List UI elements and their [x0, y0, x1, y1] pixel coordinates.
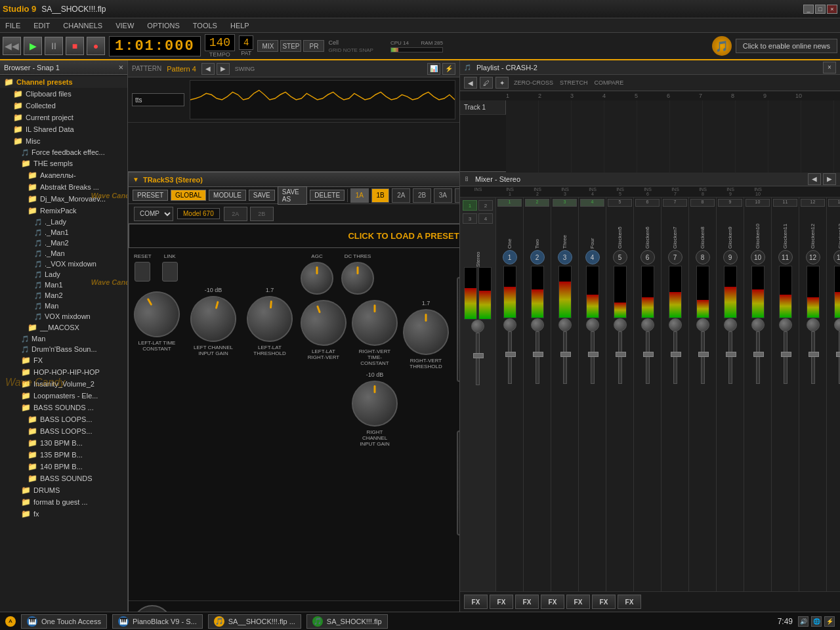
fader-handle-12[interactable] [808, 352, 819, 357]
playlist-toolbar-btn-1[interactable]: ◀ [464, 77, 477, 89]
channel-number-8[interactable]: 8 [696, 250, 710, 264]
sidebar-item-clipboard[interactable]: 📁 Clipboard files [0, 88, 127, 100]
chain-slot-1[interactable]: 2A [224, 207, 247, 221]
menu-help[interactable]: HELP [228, 20, 252, 31]
channel-number-13[interactable]: 13 [833, 250, 841, 264]
menu-tools[interactable]: TOOLS [190, 20, 220, 31]
reset-switch[interactable] [135, 262, 150, 282]
channel-knob-11[interactable] [779, 318, 792, 331]
sidebar-item-force-feedback[interactable]: 🎵 Force feedback effec... [0, 147, 127, 158]
sidebar-item-man4[interactable]: 🎵 Man [0, 333, 127, 344]
fader-handle-7[interactable] [671, 352, 681, 357]
sidebar-item-fx2[interactable]: 📁 fx [0, 508, 127, 520]
fader-handle-2[interactable] [533, 352, 543, 357]
fader-handle-11[interactable] [781, 352, 791, 357]
channel-knob-2[interactable] [531, 318, 544, 331]
fader-handle-6[interactable] [643, 352, 654, 357]
sidebar-item-bass-loops2[interactable]: 📁 BASS LOOPS... [0, 425, 127, 437]
minimize-button[interactable]: _ [803, 5, 814, 14]
fader-handle-8[interactable] [698, 352, 709, 357]
playlist-toolbar-btn-3[interactable]: ✦ [495, 77, 509, 89]
play-button[interactable]: ▶ [24, 37, 42, 55]
channel-number-1[interactable]: 1 [503, 250, 517, 264]
menu-file[interactable]: FILE [3, 20, 23, 31]
start-icon[interactable]: A [5, 616, 16, 627]
tts-input[interactable] [132, 93, 184, 106]
pattern-name[interactable]: Pattern 4 [167, 65, 196, 73]
pattern-btn-1[interactable]: 📊 [427, 63, 440, 75]
pattern-prev-button[interactable]: ◀ [201, 63, 215, 75]
channel-fader-12[interactable] [811, 331, 815, 384]
sidebar-item-vox[interactable]: 🎵 ._VOX mixdown [0, 259, 127, 269]
channel-fader-5[interactable] [618, 331, 622, 384]
left-threshold-knob[interactable] [245, 294, 295, 344]
sidebar-item-vox2[interactable]: 🎵 VOX mixdown [0, 311, 127, 322]
sidebar-item-insanity[interactable]: 📁 Insanity_Volume_2 [0, 378, 127, 390]
chain-2a[interactable]: 2A [392, 188, 410, 203]
channel-number-6[interactable]: 6 [640, 250, 655, 264]
channel-knob-8[interactable] [696, 318, 709, 331]
menu-edit[interactable]: EDIT [31, 20, 52, 31]
pattern-display[interactable]: 4 [239, 35, 253, 50]
channel-knob-1[interactable] [503, 318, 516, 331]
channel-fader-6[interactable] [646, 331, 650, 384]
channel-fader-4[interactable] [591, 331, 595, 384]
menu-options[interactable]: OPTIONS [144, 20, 182, 31]
sidebar-item-channel-presets[interactable]: 📁 Channel presets [0, 76, 127, 88]
mixer-scroll-right[interactable]: ▶ [823, 173, 836, 185]
ins-btn-8[interactable]: 8 [690, 199, 715, 207]
channel-number-5[interactable]: 5 [613, 250, 627, 264]
fx-btn-7[interactable]: FX [618, 595, 641, 609]
sidebar-item-collected[interactable]: 📁 Collected [0, 100, 127, 112]
sidebar-item-macosx[interactable]: 📁 __MACOSX [0, 322, 127, 333]
sidebar-item-130bpm[interactable]: 📁 130 BPM B... [0, 437, 127, 449]
dc-threshold-knob[interactable] [341, 262, 374, 295]
left-time-constant-knob[interactable] [128, 283, 188, 346]
taskbar-item-piano[interactable]: 🎹 PianoBlack V9 - S... [112, 614, 203, 629]
sidebar-item-drums[interactable]: 📁 DRUMS [0, 484, 127, 496]
channel-knob-5[interactable] [614, 318, 627, 331]
sidebar-item-man2[interactable]: 🎵 ._Man2 [0, 238, 127, 248]
pattern-btn-2[interactable]: ⚡ [442, 63, 455, 75]
news-button[interactable]: Click to enable online news [736, 39, 837, 53]
sidebar-item-man1[interactable]: 🎵 ._Man1 [0, 227, 127, 238]
sidebar-item-abstrakt[interactable]: 📁 Abstrakt Breaks ... [0, 181, 127, 193]
fader-handle-4[interactable] [588, 352, 598, 357]
channel-fader-9[interactable] [728, 331, 732, 384]
fx-btn-4[interactable]: FX [541, 595, 564, 609]
fx-btn-3[interactable]: FX [515, 595, 539, 609]
fx-btn-6[interactable]: FX [592, 595, 616, 609]
sidebar-close-button[interactable]: × [118, 62, 123, 72]
ins-btn-13[interactable]: 13 [828, 199, 840, 207]
maximize-button[interactable]: □ [815, 5, 826, 14]
left-right-knob[interactable] [294, 293, 353, 352]
save-tab[interactable]: SAVE [249, 190, 275, 201]
sidebar-item-lady2[interactable]: 🎵 Lady [0, 269, 127, 280]
channel-number-7[interactable]: 7 [668, 250, 682, 264]
sidebar-item-akapelly[interactable]: 📁 Акапеллы- [0, 169, 127, 181]
sidebar-item-format-b[interactable]: 📁 format b guest ... [0, 496, 127, 508]
stereo-btn-3[interactable]: 3 [463, 213, 477, 224]
step-seq-button[interactable]: STEP [280, 40, 301, 52]
right-threshold-knob[interactable] [403, 309, 449, 355]
fx-btn-2[interactable]: FX [490, 595, 513, 609]
ins-btn-9[interactable]: 9 [718, 199, 742, 207]
channel-number-4[interactable]: 4 [585, 250, 600, 264]
right-time-constant-knob[interactable] [352, 300, 398, 346]
sidebar-item-man3[interactable]: 🎵 Man [0, 301, 127, 311]
sidebar-item-fx[interactable]: 📁 FX [0, 354, 127, 366]
channel-fader-1[interactable] [508, 331, 512, 384]
module-tab[interactable]: MODULE [209, 190, 246, 201]
sidebar-item-135bpm[interactable]: 📁 135 BPM B... [0, 449, 127, 461]
preset-name-display[interactable]: CLICK TO LOAD A PRESET [129, 224, 459, 248]
channel-fader-10[interactable] [756, 331, 760, 384]
channel-fader-11[interactable] [784, 331, 788, 384]
stereo-knob[interactable] [471, 320, 484, 333]
mixer-scroll-left[interactable]: ◀ [808, 173, 821, 185]
taskbar-item-sa-shock-2[interactable]: 🎵 SA__SHOCK!!!.flp ... [208, 614, 301, 629]
fader-handle-1[interactable] [505, 352, 516, 357]
fader-handle-10[interactable] [753, 352, 764, 357]
playlist-close-button[interactable]: × [823, 62, 836, 74]
ins-btn-12[interactable]: 12 [801, 199, 825, 207]
channel-fader-7[interactable] [673, 331, 677, 384]
